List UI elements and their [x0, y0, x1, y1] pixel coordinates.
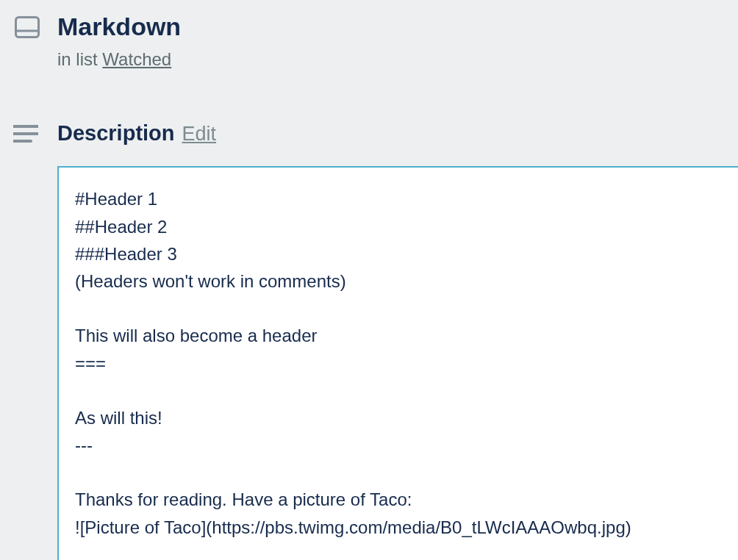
description-content-col: Description Edit #Header 1 ##Header 2 ##…: [57, 121, 738, 560]
description-icon: [13, 124, 38, 146]
card-title[interactable]: Markdown: [57, 13, 738, 40]
list-prefix: in list: [57, 49, 102, 69]
svg-rect-0: [16, 18, 39, 37]
description-icon-col: [13, 121, 57, 146]
card-header-content: Markdown in list Watched: [57, 13, 738, 70]
description-header: Description Edit: [57, 121, 738, 146]
list-name-link[interactable]: Watched: [102, 49, 171, 69]
card-list-location: in list Watched: [57, 49, 738, 70]
card-header-row: Markdown in list Watched: [13, 13, 738, 70]
description-label: Description: [57, 121, 175, 146]
card-detail-panel: Markdown in list Watched Description Edi…: [0, 0, 738, 560]
card-icon-col: [13, 13, 57, 41]
description-editor[interactable]: #Header 1 ##Header 2 ###Header 3 (Header…: [57, 166, 738, 560]
edit-link[interactable]: Edit: [182, 123, 217, 146]
card-icon: [13, 16, 40, 41]
description-section-row: Description Edit #Header 1 ##Header 2 ##…: [13, 121, 738, 560]
